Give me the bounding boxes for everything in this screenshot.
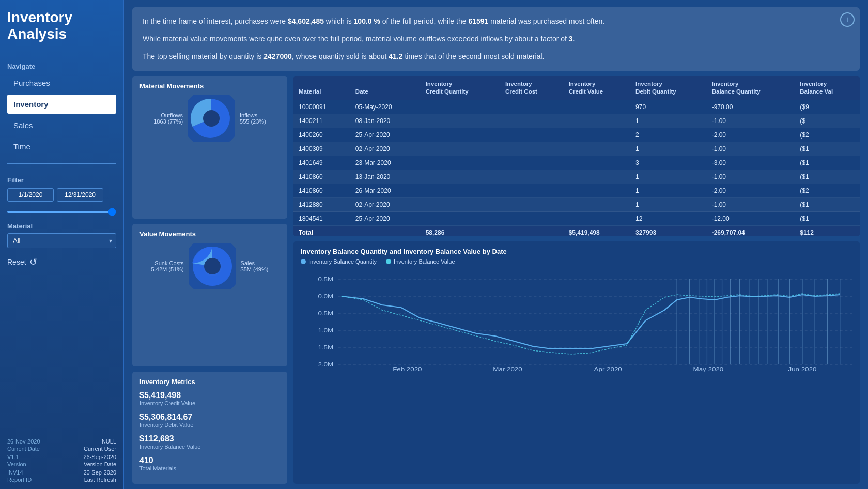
filter-label: Filter [7,176,116,184]
svg-point-1 [203,110,220,127]
current-date-label: Current Date [7,446,40,452]
legend-balance-val: Inventory Balance Value [386,258,455,265]
table-scroll[interactable]: Material Date InventoryCredit Quantity I… [293,76,860,236]
version-label: Version [7,461,26,467]
col-inv-credit-cost: InventoryCredit Cost [500,76,564,100]
material-select[interactable]: All [7,233,116,248]
sales-label: Sales $5M (49%) [241,260,269,272]
inventory-metrics-title: Inventory Metrics [140,378,280,386]
table-row: 141288002-Apr-20201-1.00($1 [293,198,860,212]
date-range-slider[interactable] [7,211,116,213]
table-row: 140164923-Mar-20203-3.00($1 [293,156,860,170]
metric-debit-value: $5,306,814.67 Inventory Debit Value [140,412,280,428]
inventory-table-card: Material Date InventoryCredit Quantity I… [293,76,860,236]
inflows-label: Inflows 555 (23%) [240,112,266,125]
svg-text:-1.5M: -1.5M [316,344,333,351]
current-user-label: Current User [84,446,116,452]
svg-text:Mar 2020: Mar 2020 [493,366,522,372]
table-total-row: Total 58,286$5,419,498 327993-269,707.04… [293,226,860,237]
last-refresh-value: 20-Sep-2020 [83,469,116,476]
line-chart-title: Inventory Balance Quantity and Inventory… [301,248,853,255]
svg-text:-0.5M: -0.5M [316,310,333,317]
reset-label: Reset [7,258,26,266]
sunk-costs-label: Sunk Costs 5.42M (51%) [151,260,184,272]
col-inv-credit-qty: InventoryCredit Quantity [421,76,500,100]
sidebar-item-time[interactable]: Time [7,137,116,156]
inventory-table: Material Date InventoryCredit Quantity I… [293,76,860,236]
col-inv-balance-qty: InventoryBalance Quantity [707,76,795,100]
reset-icon: ↺ [29,256,37,268]
table-row: 140030902-Apr-20201-1.00($1 [293,142,860,156]
col-inv-balance-val: InventoryBalance Val [795,76,860,100]
value-movements-card: Value Movements Sunk Costs 5.42M (51%) [132,224,287,366]
material-movements-pie [188,95,235,142]
material-movements-card: Material Movements Outflows 1863 (77%) [132,76,287,219]
outflows-label: Outflows 1863 (77%) [153,112,183,125]
reset-button[interactable]: Reset ↺ [7,256,37,268]
insight-line2: While material value movements were quit… [143,33,849,45]
sidebar-item-purchases[interactable]: Purchases [7,73,116,93]
legend-balance-qty: Inventory Balance Quantity [301,258,377,265]
insight-box: i In the time frame of interest, purchas… [132,7,860,71]
version-value: V1.1 [7,454,19,460]
sidebar-item-sales[interactable]: Sales [7,116,116,135]
current-user-value: NULL [102,438,116,445]
version-date-label: Version Date [84,461,116,467]
insight-line3: The top selling material by quantity is … [143,51,849,63]
date-start-input[interactable] [7,188,54,202]
svg-text:Apr 2020: Apr 2020 [594,366,622,372]
svg-point-3 [204,258,221,274]
svg-text:-1.0M: -1.0M [316,327,333,334]
metric-balance-value: $112,683 Inventory Balance Value [140,434,280,450]
table-row: 141086013-Jan-20201-1.00($1 [293,170,860,184]
material-movements-title: Material Movements [140,82,280,90]
legend-dot-val [386,259,391,264]
current-date-value: 26-Nov-2020 [7,438,40,445]
info-button[interactable]: i [840,12,855,27]
version-date-value: 26-Sep-2020 [83,454,116,460]
material-label: Material [7,222,116,230]
col-inv-credit-val: InventoryCredit Value [564,76,630,100]
svg-text:-2.0M: -2.0M [316,361,333,368]
svg-text:Jun 2020: Jun 2020 [788,366,816,372]
last-refresh-label: Last Refresh [84,477,116,483]
value-movements-pie [189,243,236,289]
col-inv-debit-qty: InventoryDebit Quantity [630,76,707,100]
table-row: 1000009105-May-2020970-970.00($9 [293,100,860,114]
svg-text:May 2020: May 2020 [693,366,724,372]
metric-total-materials: 410 Total Materials [140,456,280,471]
report-id-label: Report ID [7,477,32,483]
chart-legend: Inventory Balance Quantity Inventory Bal… [301,258,853,265]
insight-line1: In the time frame of interest, purchases… [143,16,849,28]
app-title: InventoryAnalysis [7,9,116,42]
legend-dot-qty [301,259,306,264]
value-movements-title: Value Movements [140,230,280,238]
svg-text:Feb 2020: Feb 2020 [393,366,422,372]
sidebar: InventoryAnalysis Navigate Purchases Inv… [0,0,124,489]
table-row: 141086026-Mar-20201-2.00($2 [293,184,860,198]
sidebar-footer: 26-Nov-2020 NULL Current Date Current Us… [7,438,116,484]
line-chart-svg: 0.5M 0.0M -0.5M -1.0M -1.5M -2.0M Feb 20… [301,269,853,372]
report-id-value: INV14 [7,469,23,476]
col-material: Material [293,76,350,100]
table-row: 140021108-Jan-20201-1.00($ [293,114,860,128]
svg-text:0.5M: 0.5M [318,276,333,283]
table-row: 140026025-Apr-20202-2.00($2 [293,128,860,142]
svg-text:0.0M: 0.0M [318,293,333,300]
navigate-label: Navigate [7,63,116,70]
sidebar-item-inventory[interactable]: Inventory [7,95,116,114]
date-end-input[interactable] [57,188,103,202]
line-chart-card: Inventory Balance Quantity and Inventory… [293,241,860,484]
main-content: i In the time frame of interest, purchas… [124,0,868,489]
table-row: 180454125-Apr-202012-12.00($1 [293,212,860,226]
metric-credit-value: $5,419,498 Inventory Credit Value [140,391,280,406]
col-date: Date [350,76,421,100]
inventory-metrics-card: Inventory Metrics $5,419,498 Inventory C… [132,372,287,484]
